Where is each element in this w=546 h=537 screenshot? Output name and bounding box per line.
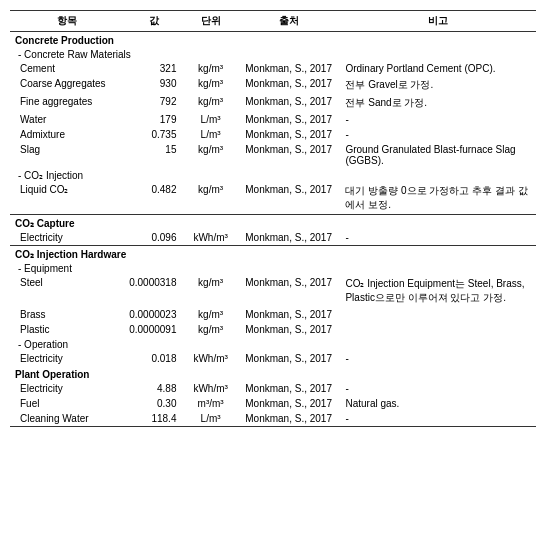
item-cell: Fuel [10,396,124,411]
source-cell: Monkman, S., 2017 [237,275,341,307]
note-cell: 대기 방출량 0으로 가정하고 추후 결과 값에서 보정. [340,182,536,215]
section-header-row: Concrete Production [10,32,536,48]
header-val: 값 [124,11,184,32]
source-cell: Monkman, S., 2017 [237,142,341,168]
item-cell: Cement [10,61,124,76]
source-cell: Monkman, S., 2017 [237,76,341,94]
val-cell: 0.30 [124,396,184,411]
item-cell: Liquid CO₂ [10,182,124,215]
val-cell: 0.018 [124,351,184,366]
unit-cell: kg/m³ [184,76,236,94]
source-cell: Monkman, S., 2017 [237,307,341,322]
note-cell: - [340,381,536,396]
item-cell: Slag [10,142,124,168]
sub-header-row: - Operation [10,337,536,351]
unit-cell: kg/m³ [184,275,236,307]
val-cell: 792 [124,94,184,112]
unit-cell: kWh/m³ [184,230,236,246]
item-cell: Brass [10,307,124,322]
note-cell: 전부 Sand로 가정. [340,94,536,112]
header-note: 비고 [340,11,536,32]
table-row: Water 179 L/m³ Monkman, S., 2017 - [10,112,536,127]
item-cell: Steel [10,275,124,307]
table-row: Electricity 4.88 kWh/m³ Monkman, S., 201… [10,381,536,396]
table-row: Electricity 0.018 kWh/m³ Monkman, S., 20… [10,351,536,366]
item-cell: Electricity [10,381,124,396]
unit-cell: kWh/m³ [184,381,236,396]
section-header-border-row: CO₂ Injection Hardware [10,246,536,262]
source-cell: Monkman, S., 2017 [237,396,341,411]
table-row: Fuel 0.30 m³/m³ Monkman, S., 2017 Natura… [10,396,536,411]
header-item: 항목 [10,11,124,32]
source-cell: Monkman, S., 2017 [237,411,341,427]
section-label: Plant Operation [10,366,536,381]
item-cell: Coarse Aggregates [10,76,124,94]
sub-header-label: - Operation [10,337,536,351]
note-cell: - [340,411,536,427]
item-cell: Cleaning Water [10,411,124,427]
table-row: Plastic 0.0000091 kg/m³ Monkman, S., 201… [10,322,536,337]
unit-cell: kg/m³ [184,322,236,337]
section-label: CO₂ Capture [10,215,536,231]
section-header-border-row: CO₂ Capture [10,215,536,231]
table-row: Admixture 0.735 L/m³ Monkman, S., 2017 - [10,127,536,142]
note-cell: Natural gas. [340,396,536,411]
table-row: Electricity 0.096 kWh/m³ Monkman, S., 20… [10,230,536,246]
val-cell: 0.735 [124,127,184,142]
source-cell: Monkman, S., 2017 [237,230,341,246]
unit-cell: L/m³ [184,127,236,142]
val-cell: 118.4 [124,411,184,427]
val-cell: 0.0000023 [124,307,184,322]
val-cell: 4.88 [124,381,184,396]
section-label: CO₂ Injection Hardware [10,246,536,262]
table-row: Steel 0.0000318 kg/m³ Monkman, S., 2017 … [10,275,536,307]
unit-cell: L/m³ [184,411,236,427]
header-unit: 단위 [184,11,236,32]
note-cell: - [340,127,536,142]
note-cell: Ordinary Portland Cement (OPC). [340,61,536,76]
source-cell: Monkman, S., 2017 [237,112,341,127]
item-cell: Admixture [10,127,124,142]
item-cell: Plastic [10,322,124,337]
sub-header-label: - Equipment [10,261,536,275]
val-cell: 930 [124,76,184,94]
source-cell: Monkman, S., 2017 [237,351,341,366]
unit-cell: kg/m³ [184,142,236,168]
note-cell: - [340,112,536,127]
item-cell: Electricity [10,230,124,246]
table-row: Liquid CO₂ 0.482 kg/m³ Monkman, S., 2017… [10,182,536,215]
sub-header-row: - Concrete Raw Materials [10,47,536,61]
sub-header-row: - CO₂ Injection [10,168,536,182]
source-cell: Monkman, S., 2017 [237,61,341,76]
unit-cell: kg/m³ [184,182,236,215]
table-row: Fine aggregates 792 kg/m³ Monkman, S., 2… [10,94,536,112]
table-row: Cement 321 kg/m³ Monkman, S., 2017 Ordin… [10,61,536,76]
source-cell: Monkman, S., 2017 [237,127,341,142]
table-row: Slag 15 kg/m³ Monkman, S., 2017 Ground G… [10,142,536,168]
note-cell [340,307,536,322]
val-cell: 15 [124,142,184,168]
note-cell: 전부 Gravel로 가정. [340,76,536,94]
unit-cell: kg/m³ [184,94,236,112]
sub-header-row: - Equipment [10,261,536,275]
unit-cell: kg/m³ [184,307,236,322]
section-label: Concrete Production [10,32,536,48]
source-cell: Monkman, S., 2017 [237,94,341,112]
source-cell: Monkman, S., 2017 [237,182,341,215]
val-cell: 179 [124,112,184,127]
table-row: Coarse Aggregates 930 kg/m³ Monkman, S.,… [10,76,536,94]
note-cell: Ground Granulated Blast-furnace Slag (GG… [340,142,536,168]
note-cell: - [340,351,536,366]
val-cell: 0.0000091 [124,322,184,337]
val-cell: 0.0000318 [124,275,184,307]
item-cell: Electricity [10,351,124,366]
sub-header-label: - CO₂ Injection [10,168,536,182]
unit-cell: kg/m³ [184,61,236,76]
unit-cell: kWh/m³ [184,351,236,366]
note-cell [340,322,536,337]
val-cell: 0.482 [124,182,184,215]
item-cell: Water [10,112,124,127]
sub-header-label: - Concrete Raw Materials [10,47,536,61]
note-cell: CO₂ Injection Equipment는 Steel, Brass, P… [340,275,536,307]
table-row: Cleaning Water 118.4 L/m³ Monkman, S., 2… [10,411,536,427]
